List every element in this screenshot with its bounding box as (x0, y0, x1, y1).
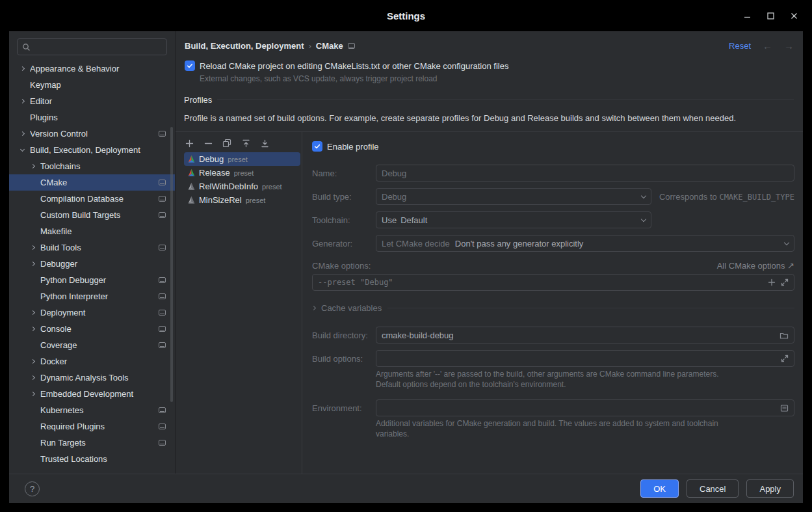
forward-arrow-icon[interactable]: → (784, 40, 794, 51)
expand-icon[interactable] (781, 355, 789, 362)
sidebar-item-editor[interactable]: Editor (9, 93, 175, 109)
shared-settings-icon (159, 342, 166, 348)
shared-settings-icon (159, 440, 166, 446)
help-button[interactable]: ? (25, 481, 40, 496)
generator-value: Don't pass any generator explicitly (455, 239, 584, 249)
sidebar-item-label: Plugins (30, 113, 166, 122)
sidebar-item-label: Embedded Development (40, 389, 166, 399)
cmake-options-field[interactable]: --preset "Debug" (312, 274, 794, 291)
sidebar-item-keymap[interactable]: Keymap (9, 77, 175, 93)
generator-select[interactable]: Let CMake decide Don't pass any generato… (376, 235, 794, 252)
window-controls (735, 0, 805, 31)
sidebar-item-embedded-development[interactable]: Embedded Development (9, 386, 175, 402)
toolchain-select[interactable]: Use Default (376, 211, 651, 228)
sidebar-item-label: Python Interpreter (40, 291, 159, 301)
settings-dialog: Appearance & Behavior Keymap Editor Plug… (9, 31, 803, 503)
cache-variables-toggle[interactable]: Cache variables (312, 303, 794, 313)
remove-profile-button[interactable] (203, 138, 213, 148)
add-option-icon[interactable] (768, 278, 776, 286)
sidebar-item-compilation-database[interactable]: Compilation Database (9, 191, 175, 207)
shared-settings-icon (159, 407, 166, 413)
profile-item-relwithdebinfo[interactable]: RelWithDebInfo preset (184, 180, 300, 193)
sidebar-item-console[interactable]: Console (9, 321, 175, 337)
profile-item-debug[interactable]: Debug preset (184, 152, 300, 166)
sidebar-item-label: Makefile (40, 226, 166, 236)
variables-list-icon[interactable] (780, 404, 789, 412)
chevron-right-icon (30, 311, 40, 314)
sidebar-item-docker[interactable]: Docker (9, 353, 175, 370)
name-value: Debug (382, 168, 406, 178)
sidebar-item-makefile[interactable]: Makefile (9, 223, 175, 239)
chevron-right-icon (30, 262, 40, 265)
cache-variables-label: Cache variables (321, 303, 382, 313)
expand-icon[interactable] (781, 278, 789, 286)
close-button[interactable] (782, 0, 805, 31)
sidebar-item-run-targets[interactable]: Run Targets (9, 435, 175, 451)
maximize-icon (767, 12, 774, 20)
sidebar-item-label: Appearance & Behavior (30, 64, 166, 74)
maximize-button[interactable] (759, 0, 782, 31)
minimize-button[interactable] (735, 0, 759, 31)
sidebar-item-required-plugins[interactable]: Required Plugins (9, 418, 175, 435)
chevron-down-icon (641, 216, 646, 221)
profile-name: RelWithDebInfo (199, 182, 258, 191)
ok-button[interactable]: OK (640, 479, 679, 498)
profile-name: Debug (199, 154, 224, 164)
sidebar-item-plugins[interactable]: Plugins (9, 109, 175, 126)
apply-button[interactable]: Apply (746, 479, 794, 498)
section-divider (387, 308, 794, 308)
build-type-select[interactable]: Debug (376, 188, 651, 205)
sidebar-item-cmake[interactable]: CMake (9, 174, 175, 191)
sidebar-item-label: Version Control (30, 129, 159, 139)
shared-settings-icon (159, 180, 166, 185)
copy-profile-button[interactable] (222, 138, 232, 148)
sidebar-item-appearance-behavior[interactable]: Appearance & Behavior (9, 61, 175, 77)
chevron-right-icon (311, 306, 316, 310)
move-up-button[interactable] (241, 138, 251, 148)
sidebar-item-version-control[interactable]: Version Control (9, 126, 175, 142)
search-input[interactable] (34, 42, 162, 52)
window-title: Settings (387, 10, 425, 21)
sidebar-item-toolchains[interactable]: Toolchains (9, 158, 175, 174)
sidebar-item-trusted-locations[interactable]: Trusted Locations (9, 451, 175, 467)
settings-sidebar: Appearance & Behavior Keymap Editor Plug… (9, 31, 176, 474)
move-down-button[interactable] (259, 138, 270, 148)
breadcrumb-separator-icon: › (308, 41, 311, 51)
cmake-gray-icon (187, 196, 196, 204)
enable-profile-checkbox[interactable] (312, 141, 322, 152)
cancel-button[interactable]: Cancel (687, 479, 739, 498)
add-profile-button[interactable] (184, 138, 194, 148)
sidebar-item-label: CMake (40, 178, 159, 187)
sidebar-item-deployment[interactable]: Deployment (9, 304, 175, 321)
sidebar-item-python-interpreter[interactable]: Python Interpreter (9, 288, 175, 304)
sidebar-item-label: Dynamic Analysis Tools (40, 373, 166, 383)
build-options-field[interactable] (376, 350, 794, 367)
profile-item-release[interactable]: Release preset (184, 166, 300, 180)
all-cmake-options-link[interactable]: All CMake options ↗ (717, 261, 794, 271)
profile-item-minsizerel[interactable]: MinSizeRel preset (184, 193, 300, 207)
profiles-section-header: Profiles (184, 95, 794, 105)
sidebar-item-custom-build-targets[interactable]: Custom Build Targets (9, 207, 175, 223)
sidebar-item-kubernetes[interactable]: Kubernetes (9, 402, 175, 418)
dialog-footer: ? OK Cancel Apply (9, 474, 803, 503)
cmake-options-header: CMake options: All CMake options ↗ (312, 261, 794, 271)
back-arrow-icon[interactable]: ← (763, 40, 772, 51)
toolchain-value: Default (400, 215, 427, 225)
folder-icon[interactable] (779, 331, 789, 340)
build-directory-field[interactable]: cmake-build-debug (376, 327, 794, 344)
sidebar-item-build-tools[interactable]: Build Tools (9, 239, 175, 256)
breadcrumb-segment[interactable]: Build, Execution, Deployment (185, 41, 304, 51)
environment-field[interactable] (376, 399, 794, 416)
sidebar-item-python-debugger[interactable]: Python Debugger (9, 272, 175, 288)
sidebar-item-dynamic-analysis-tools[interactable]: Dynamic Analysis Tools (9, 370, 175, 386)
reload-checkbox[interactable] (185, 61, 195, 71)
generator-row: Generator: Let CMake decide Don't pass a… (312, 235, 794, 252)
settings-search[interactable] (17, 38, 167, 55)
sidebar-item-build-execution-deployment[interactable]: Build, Execution, Deployment (9, 142, 175, 158)
reset-link[interactable]: Reset (729, 41, 751, 51)
sidebar-scrollbar[interactable] (170, 127, 173, 402)
name-field[interactable]: Debug (376, 165, 794, 182)
breadcrumb-segment[interactable]: CMake (316, 41, 343, 51)
sidebar-item-coverage[interactable]: Coverage (9, 337, 175, 353)
sidebar-item-debugger[interactable]: Debugger (9, 256, 175, 272)
